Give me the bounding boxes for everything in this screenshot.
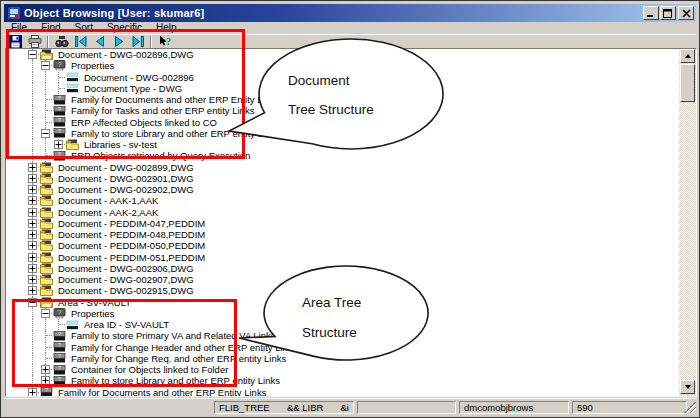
expand-toggle-plus[interactable] [28,275,37,284]
tree-row[interactable]: Document - DWG-002902,DWG [6,184,679,195]
tree-connector [26,218,39,229]
tree-row[interactable]: Document - DWG-002901,DWG [6,173,679,184]
tree-row[interactable]: Area ID - SV-VAULT [6,319,679,330]
folder-icon [40,207,53,218]
menu-item-file[interactable]: File [4,22,34,34]
tree-row[interactable]: Document Type - DWG [6,83,679,94]
minimize-button[interactable] [643,6,659,20]
menu-item-help[interactable]: Help [149,22,184,34]
tree-row[interactable]: ?Family for Documents and other ERP Enti… [6,387,679,397]
expand-toggle-plus[interactable] [28,241,37,250]
expand-toggle-minus[interactable] [41,129,50,138]
object-tree-view[interactable]: Document - DWG-002896,DWG?PropertiesDocu… [5,48,697,397]
expand-toggle-minus[interactable] [41,309,50,318]
tree-row[interactable]: ?Family to store Primary VA and Related … [6,330,679,341]
expand-toggle-plus[interactable] [28,174,37,183]
tree-row[interactable]: Document - DWG-002907,DWG [6,274,679,285]
tree-guide-line [26,139,39,150]
tree-row[interactable]: Document - DWG-002915,DWG [6,285,679,296]
folder-icon [40,252,53,263]
nav-next-button[interactable] [109,35,128,49]
expand-toggle-plus[interactable] [28,185,37,194]
menu-item-sort[interactable]: Sort [68,22,100,34]
menu-item-find[interactable]: Find [34,22,67,34]
expand-toggle-plus[interactable] [54,140,63,149]
folder-icon [40,173,53,184]
scrollbar-thumb[interactable] [680,64,695,102]
tree-connector [39,105,52,116]
expand-toggle-plus[interactable] [28,286,37,295]
expand-toggle-plus[interactable] [28,230,37,239]
resize-grip[interactable] [684,401,696,413]
tree-guide-line [26,353,39,364]
tree-row[interactable]: Document - PEDDIM-048,PEDDIM [6,229,679,240]
tree-guide-line [26,72,39,83]
expand-toggle-minus[interactable] [28,50,37,59]
tree-row[interactable]: ?Properties [6,60,679,71]
vertical-scrollbar[interactable] [679,49,696,396]
folder-icon [66,139,79,150]
expand-toggle-plus[interactable] [28,388,37,397]
tree-row[interactable]: ?Family for Change Req. and other ERP en… [6,353,679,364]
tree-row[interactable]: Document - DWG-002906,DWG [6,263,679,274]
tree-row[interactable]: ?ERP Objects retrieved by Query Executio… [6,150,679,161]
tree-guide-line [26,128,39,139]
folder-icon [40,229,53,240]
expand-toggle-plus[interactable] [28,196,37,205]
tree-row[interactable]: Libraries - sv-test [6,139,679,150]
tree-row[interactable]: Document - PEDDIM-051,PEDDIM [6,252,679,263]
expand-toggle-plus[interactable] [28,208,37,217]
tree-guide-line [39,83,52,94]
toolbar-separator [150,36,152,48]
tree-connector [26,229,39,240]
tree-node-label: Document - DWG-002902,DWG [56,184,196,195]
status-debug-panel: FLIB_TREE && LIBR &i [214,401,354,414]
scroll-down-button[interactable] [680,380,695,394]
tree-row[interactable]: Document - DWG-002899,DWG [6,162,679,173]
save-button[interactable] [6,35,25,49]
tree-row[interactable]: Document - DWG-002896,DWG [6,49,679,60]
tree-row[interactable]: Area - SV-VAULT [6,297,679,308]
nav-last-button[interactable] [128,35,147,49]
tree-row[interactable]: Document - AAK-2,AAK [6,207,679,218]
family-icon: ? [40,387,53,396]
nav-first-button[interactable] [71,35,90,49]
scroll-up-button[interactable] [680,49,695,63]
title-bar[interactable]: Object Browsing [User: skumar6] [4,4,696,22]
tree-row[interactable]: ?Properties [6,308,679,319]
maximize-button[interactable] [660,6,676,20]
expand-toggle-plus[interactable] [28,163,37,172]
family-icon: ? [53,151,66,161]
expand-toggle-plus[interactable] [28,253,37,262]
tree-guide-line [39,139,52,150]
tree-row[interactable]: ?ERP Affected Objects linked to CO [6,117,679,128]
help-pointer-button[interactable]: ? [155,35,174,49]
toolbar: ? [4,34,696,48]
expand-toggle-plus[interactable] [28,264,37,273]
tree-row[interactable]: Document - AAK-1,AAK [6,195,679,206]
find-button[interactable] [52,35,71,49]
tree-row[interactable]: Document - PEDDIM-050,PEDDIM [6,240,679,251]
expand-toggle-minus[interactable] [28,298,37,307]
expand-toggle-plus[interactable] [41,365,50,374]
tree-row[interactable]: Document - PEDDIM-047,PEDDIM [6,218,679,229]
tree-row[interactable]: ?Container for Objects linked to Folder [6,364,679,375]
menu-item-specific[interactable]: Specific [100,22,149,34]
close-button[interactable] [678,6,694,20]
expand-toggle-plus[interactable] [28,219,37,228]
tree-node-label: Document - AAK-1,AAK [56,195,160,206]
folder-open-icon [40,297,53,308]
tree-connector [52,72,65,83]
tree-row[interactable]: ?Family to store Library and other ERP e… [6,375,679,386]
tree-guide-line [26,375,39,386]
print-button[interactable] [25,35,44,49]
expand-toggle-minus[interactable] [41,61,50,70]
tree-row[interactable]: ?Family for Change Header and other ERP … [6,342,679,353]
tree-row[interactable]: Document - DWG-002896 [6,72,679,83]
tree-row[interactable]: ?Family for Tasks and other ERP entity L… [6,105,679,116]
nav-prev-button[interactable] [90,35,109,49]
tree-row[interactable]: ?Family to store Library and other ERP e… [6,128,679,139]
tree-row[interactable]: ?Family for Documents and other ERP Enti… [6,94,679,105]
expand-toggle-plus[interactable] [41,376,50,385]
svg-text:?: ? [58,106,61,112]
